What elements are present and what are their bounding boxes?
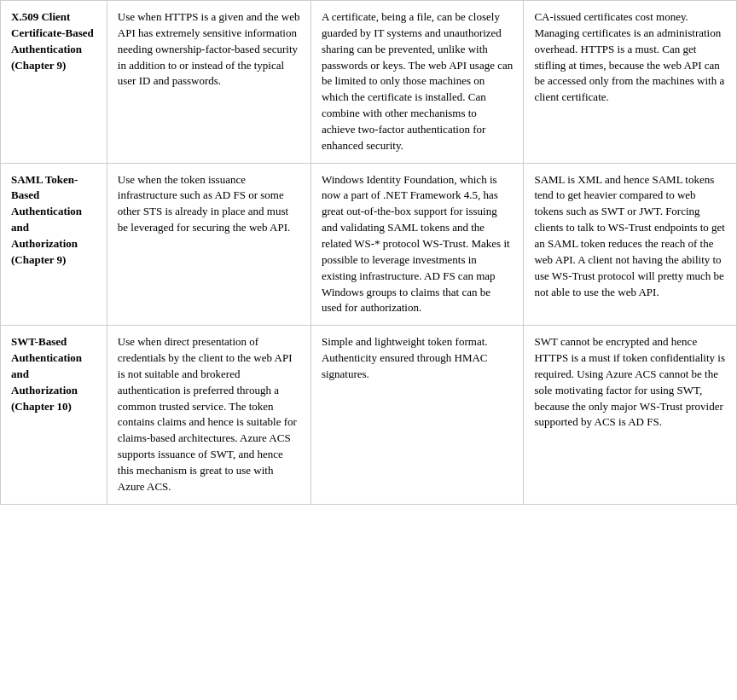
row-x509-col1: X.509 Client Certificate-Based Authentic… bbox=[1, 1, 107, 164]
row-swt-col4: SWT cannot be encrypted and hence HTTPS … bbox=[524, 326, 737, 504]
row-swt-col3: Simple and lightweight token format. Aut… bbox=[310, 326, 524, 504]
row-x509-col4: CA-issued certificates cost money. Manag… bbox=[524, 1, 737, 164]
row-swt-col1: SWT-Based Authentication and Authorizati… bbox=[1, 326, 107, 504]
authentication-table: X.509 Client Certificate-Based Authentic… bbox=[0, 0, 737, 505]
table-row: SWT-Based Authentication and Authorizati… bbox=[1, 326, 737, 504]
row-saml-col1: SAML Token-Based Authentication and Auth… bbox=[1, 163, 107, 326]
row-x509-col3: A certificate, being a file, can be clos… bbox=[310, 1, 524, 164]
row-swt-col2: Use when direct presentation of credenti… bbox=[107, 326, 310, 504]
table-row: X.509 Client Certificate-Based Authentic… bbox=[1, 1, 737, 164]
row-x509-col2: Use when HTTPS is a given and the web AP… bbox=[107, 1, 310, 164]
row-saml-col3: Windows Identity Foundation, which is no… bbox=[310, 163, 524, 326]
row-saml-col2: Use when the token issuance infrastructu… bbox=[107, 163, 310, 326]
row-saml-col4: SAML is XML and hence SAML tokens tend t… bbox=[524, 163, 737, 326]
table-row: SAML Token-Based Authentication and Auth… bbox=[1, 163, 737, 326]
